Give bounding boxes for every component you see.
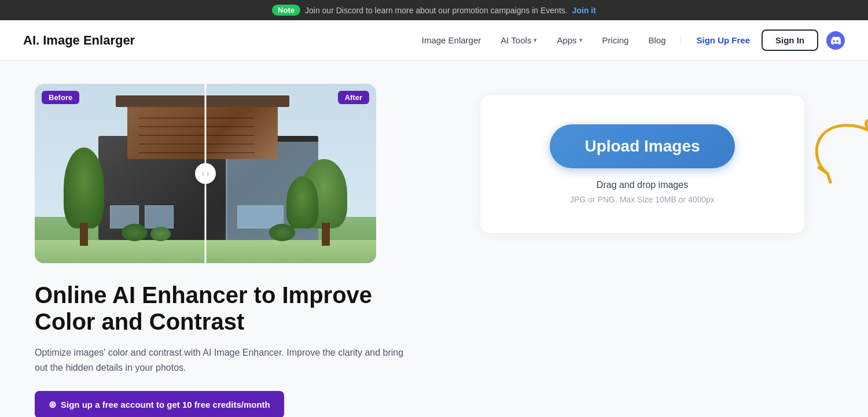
- after-label: After: [338, 91, 369, 104]
- drag-drop-text: Drag and drop images: [597, 180, 688, 190]
- logo[interactable]: AI. Image Enlarger: [23, 33, 135, 48]
- nav-apps[interactable]: Apps ▾: [549, 31, 590, 50]
- ai-tools-chevron: ▾: [534, 36, 537, 44]
- header: AI. Image Enlarger Image Enlarger AI Too…: [0, 20, 868, 61]
- top-banner: Note Join our Discord to learn more abou…: [0, 0, 868, 20]
- upload-button[interactable]: Upload Images: [550, 124, 734, 168]
- apps-chevron: ▾: [579, 36, 583, 44]
- compare-handle[interactable]: ‹ ›: [195, 163, 216, 184]
- cta-icon: ⊛: [49, 399, 56, 410]
- before-label: Before: [42, 91, 79, 104]
- hero-subtext: Optimize images' color and contrast with…: [35, 345, 417, 375]
- banner-link[interactable]: Join it: [572, 6, 596, 15]
- hero-headline: Online AI Enhancer to ImproveColor and C…: [35, 282, 417, 335]
- nav-divider: [681, 35, 681, 46]
- banner-message: Join our Discord to learn more about our…: [305, 6, 568, 15]
- arrow-decoration: [804, 119, 868, 190]
- signin-button[interactable]: Sign In: [762, 29, 818, 51]
- upload-box[interactable]: Upload Images Drag and drop images JPG o…: [480, 95, 804, 233]
- cta-button[interactable]: ⊛ Sign up a free account to get 10 free …: [35, 391, 284, 417]
- signup-button[interactable]: Sign Up Free: [688, 31, 758, 50]
- nav-blog[interactable]: Blog: [640, 31, 674, 50]
- discord-icon[interactable]: [826, 31, 845, 50]
- main-content: ‹ › Before After Online AI Enhancer to I…: [0, 61, 868, 417]
- note-badge: Note: [272, 5, 300, 16]
- nav-pricing[interactable]: Pricing: [594, 31, 637, 50]
- arrow-svg: [804, 119, 868, 188]
- nav-ai-tools[interactable]: AI Tools ▾: [492, 31, 545, 50]
- file-info-text: JPG or PNG. Max Size 10MB or 4000px: [570, 195, 715, 204]
- left-column: ‹ › Before After Online AI Enhancer to I…: [35, 84, 417, 417]
- nav-image-enlarger[interactable]: Image Enlarger: [414, 31, 490, 50]
- nav: Image Enlarger AI Tools ▾ Apps ▾ Pricing…: [414, 29, 845, 51]
- right-column: Upload Images Drag and drop images JPG o…: [451, 84, 833, 233]
- image-compare[interactable]: ‹ › Before After: [35, 84, 376, 263]
